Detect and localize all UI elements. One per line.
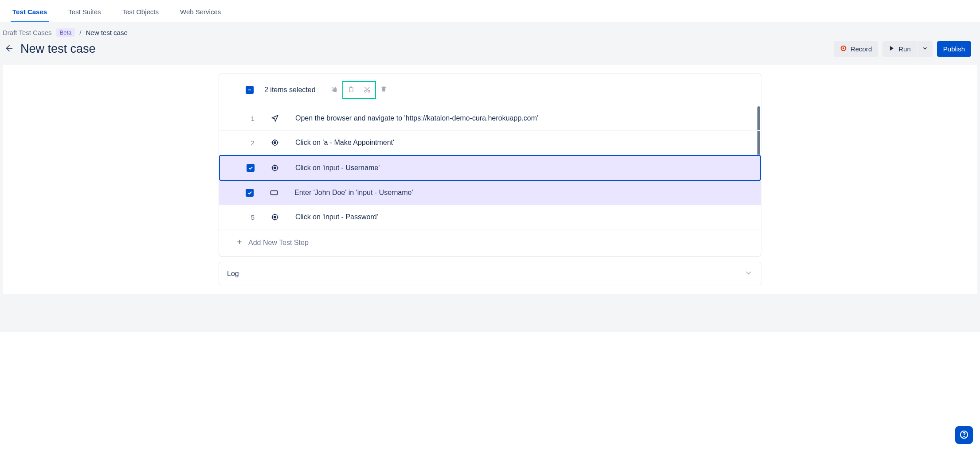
step-row[interactable]: Enter 'John Doe' in 'input - Username' [219, 181, 761, 205]
steps-list: 1 Open the browser and navigate to 'http… [219, 106, 761, 229]
main-panel: 2 items selected [3, 65, 977, 294]
step-text: Click on 'a - Make Appointment' [295, 139, 394, 147]
log-label: Log [227, 270, 239, 278]
run-button[interactable]: Run [882, 41, 917, 57]
run-button-group: Run [882, 41, 933, 57]
breadcrumb-current: New test case [86, 29, 128, 36]
tab-test-objects[interactable]: Test Objects [120, 5, 161, 22]
delete-button[interactable] [376, 82, 392, 98]
tab-test-cases[interactable]: Test Cases [11, 5, 49, 22]
publish-button[interactable]: Publish [937, 41, 971, 57]
plus-icon [236, 238, 243, 247]
trash-icon [380, 86, 387, 94]
step-text: Open the browser and navigate to 'https:… [295, 114, 538, 122]
step-row[interactable]: Click on 'input - Username' [219, 155, 761, 181]
record-button[interactable]: Record [834, 41, 878, 57]
step-checkbox[interactable] [247, 164, 255, 172]
step-row[interactable]: 5 Click on 'input - Password' [219, 205, 761, 229]
svg-point-10 [368, 90, 370, 92]
step-index: 2 [246, 139, 255, 147]
record-icon [840, 45, 847, 53]
paste-icon [348, 86, 355, 94]
breadcrumb: Draft Test Cases Beta / New test case [0, 22, 980, 37]
highlight-annotation [342, 81, 376, 99]
step-index: 1 [246, 115, 255, 122]
step-text: Click on 'input - Password' [295, 213, 378, 221]
tabs-nav: Test Cases Test Suites Test Objects Web … [0, 0, 980, 22]
chevron-down-icon [922, 45, 928, 53]
copy-icon [331, 86, 338, 94]
svg-marker-3 [890, 46, 894, 51]
page-title: New test case [20, 42, 96, 56]
svg-rect-7 [349, 87, 353, 92]
svg-rect-14 [383, 86, 385, 87]
svg-rect-8 [350, 86, 352, 88]
cut-button[interactable] [359, 82, 375, 98]
add-step-label: Add New Test Step [248, 239, 309, 247]
step-row[interactable]: 2 Click on 'a - Make Appointment' [219, 131, 761, 155]
navigate-icon [270, 114, 279, 122]
svg-point-21 [274, 216, 276, 218]
svg-point-2 [843, 47, 844, 49]
add-step-button[interactable]: Add New Test Step [219, 229, 761, 256]
input-icon [270, 190, 278, 196]
svg-rect-5 [333, 88, 337, 92]
log-panel[interactable]: Log [219, 262, 761, 285]
click-icon [270, 139, 279, 147]
breadcrumb-root[interactable]: Draft Test Cases [3, 29, 52, 36]
test-steps-card: 2 items selected [219, 74, 761, 257]
selection-toolbar: 2 items selected [219, 74, 761, 106]
click-icon [270, 213, 279, 221]
step-checkbox[interactable] [246, 189, 254, 197]
run-dropdown-button[interactable] [917, 41, 933, 57]
select-all-checkbox[interactable] [246, 86, 254, 94]
page-header: New test case Record Run [0, 37, 980, 65]
step-text: Enter 'John Doe' in 'input - Username' [294, 189, 413, 197]
svg-rect-13 [382, 87, 386, 88]
chevron-down-icon [744, 268, 753, 279]
beta-badge: Beta [56, 28, 75, 37]
cut-icon [364, 86, 371, 94]
back-arrow-icon[interactable] [4, 43, 14, 54]
svg-point-9 [365, 90, 366, 92]
breadcrumb-sep: / [79, 29, 81, 36]
step-index: 5 [246, 214, 255, 221]
tab-web-services[interactable]: Web Services [178, 5, 223, 22]
click-icon [270, 164, 279, 172]
svg-point-18 [274, 167, 276, 169]
play-icon [889, 45, 895, 53]
paste-button[interactable] [343, 82, 359, 98]
svg-point-16 [274, 142, 276, 144]
step-row[interactable]: 1 Open the browser and navigate to 'http… [219, 106, 761, 131]
step-text: Click on 'input - Username' [295, 164, 380, 172]
copy-button[interactable] [326, 82, 342, 98]
svg-rect-19 [271, 191, 278, 195]
selection-count-text: 2 items selected [264, 86, 316, 94]
tab-test-suites[interactable]: Test Suites [67, 5, 102, 22]
